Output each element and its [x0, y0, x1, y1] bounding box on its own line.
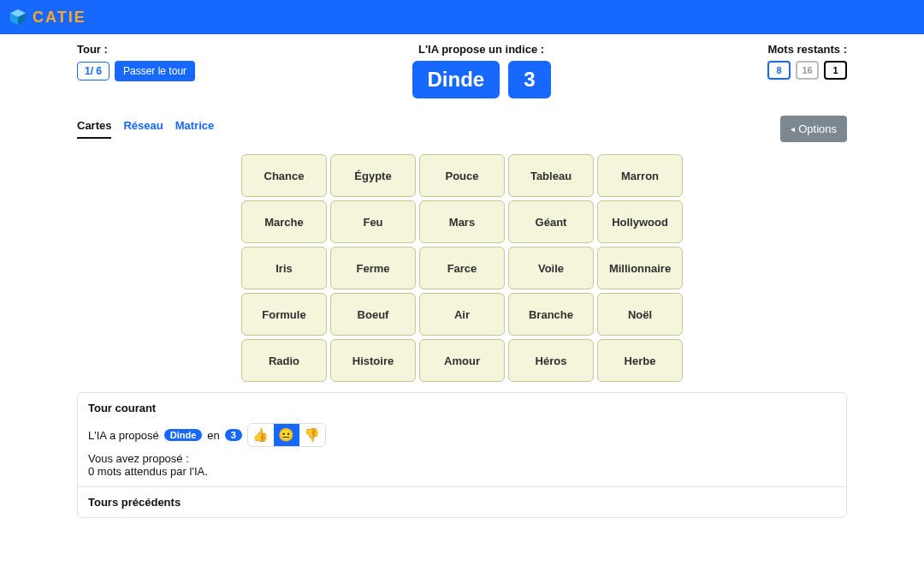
word-card[interactable]: Marche [241, 200, 327, 243]
word-card[interactable]: Géant [508, 200, 594, 243]
previous-turns-title: Tours précédents [88, 496, 836, 509]
remaining-label: Mots restants : [768, 43, 847, 56]
cube-icon [9, 8, 27, 27]
view-tabs: Cartes Réseau Matrice [77, 119, 214, 139]
word-card[interactable]: Millionnaire [597, 247, 683, 289]
remaining-block: Mots restants : 8 16 1 [767, 43, 847, 80]
proposed-joiner: en [207, 429, 219, 442]
main-container: Tour : 1/ 6 Passer le tour L'IA propose … [77, 34, 847, 518]
react-down-button[interactable]: 👎 [299, 424, 325, 446]
tab-network[interactable]: Réseau [123, 119, 163, 139]
tab-matrix[interactable]: Matrice [175, 119, 215, 139]
current-turn-title: Tour courant [88, 402, 836, 414]
proposed-count-chip: 3 [225, 429, 242, 441]
word-card[interactable]: Air [419, 293, 505, 336]
options-label: Options [798, 122, 837, 135]
clue-header: L'IA propose un indice : [418, 43, 544, 56]
clue-count: 3 [508, 61, 550, 98]
word-card[interactable]: Formule [241, 293, 327, 336]
word-card[interactable]: Ferme [330, 247, 416, 289]
word-card[interactable]: Amour [419, 339, 505, 382]
word-card[interactable]: Chance [241, 154, 327, 197]
card-grid: Chance Égypte Pouce Tableau Marron March… [77, 154, 847, 382]
turn-panel: Tour courant L'IA a proposé Dinde en 3 👍… [77, 392, 847, 518]
proposed-word-chip: Dinde [164, 429, 203, 441]
word-card[interactable]: Hollywood [597, 200, 683, 243]
word-card[interactable]: Histoire [330, 339, 416, 382]
expected-count-label: 0 mots attendus par l'IA. [88, 465, 836, 478]
you-proposed-label: Vous avez proposé : [88, 452, 836, 465]
word-card[interactable]: Tableau [508, 154, 594, 197]
turn-label: Tour : [77, 43, 108, 56]
top-bar: CATIE [0, 0, 924, 34]
tab-cards[interactable]: Cartes [77, 119, 111, 139]
options-button[interactable]: ◂ Options [780, 116, 847, 142]
word-card[interactable]: Marron [597, 154, 683, 197]
word-card[interactable]: Mars [419, 200, 505, 243]
remaining-black: 1 [824, 61, 847, 80]
tabs-row: Cartes Réseau Matrice ◂ Options [77, 116, 847, 142]
skip-turn-button[interactable]: Passer le tour [115, 61, 195, 81]
word-card[interactable]: Herbe [597, 339, 683, 382]
react-up-button[interactable]: 👍 [248, 424, 274, 446]
word-card[interactable]: Farce [419, 247, 505, 289]
word-card[interactable]: Voile [508, 247, 594, 289]
clue-word: Dinde [412, 61, 500, 98]
word-card[interactable]: Radio [241, 339, 327, 382]
react-neutral-button[interactable]: 😐 [274, 424, 299, 446]
reaction-group: 👍 😐 👎 [247, 423, 326, 447]
word-card[interactable]: Égypte [330, 154, 416, 197]
status-row: Tour : 1/ 6 Passer le tour L'IA propose … [77, 43, 847, 98]
proposed-prefix: L'IA a proposé [88, 429, 159, 442]
clue-block: L'IA propose un indice : Dinde 3 [195, 43, 767, 98]
word-card[interactable]: Branche [508, 293, 594, 336]
remaining-neutral: 16 [796, 61, 819, 80]
word-card[interactable]: Boeuf [330, 293, 416, 336]
word-card[interactable]: Noël [597, 293, 683, 336]
turn-counter: 1/ 6 [77, 62, 110, 80]
chevron-left-icon: ◂ [791, 124, 795, 134]
word-card[interactable]: Iris [241, 247, 327, 289]
word-card[interactable]: Feu [330, 200, 416, 243]
turn-block: Tour : 1/ 6 Passer le tour [77, 43, 195, 81]
word-card[interactable]: Héros [508, 339, 594, 382]
remaining-blue: 8 [767, 61, 791, 80]
brand[interactable]: CATIE [9, 8, 86, 27]
word-card[interactable]: Pouce [419, 154, 505, 197]
brand-name: CATIE [33, 9, 86, 27]
